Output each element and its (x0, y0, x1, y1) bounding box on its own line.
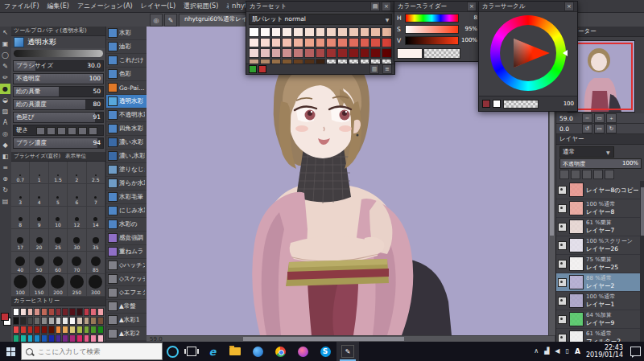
history-swatch[interactable] (13, 308, 19, 316)
palette-swatch[interactable] (349, 38, 359, 47)
new-layer-icon[interactable] (593, 170, 603, 179)
history-swatch[interactable] (62, 308, 68, 316)
history-swatch[interactable] (76, 308, 83, 316)
brush-item-Go-Pai…[interactable]: Go-Pai… (106, 81, 147, 95)
layer-list-scrollbar[interactable] (640, 181, 644, 342)
palette-swatch[interactable] (249, 38, 259, 47)
palette-swatch[interactable] (293, 27, 303, 37)
panel-menu-icon[interactable]: ▤ (370, 2, 380, 11)
history-swatch[interactable] (41, 326, 47, 334)
rotate-reset-icon[interactable]: ▭ (594, 124, 605, 133)
layer-row-レイヤー8のコピー[interactable]: レイヤー8のコピー (556, 181, 640, 199)
brush-size-25[interactable]: 25 (49, 229, 68, 252)
brush-size-100[interactable]: 100 (11, 274, 30, 297)
history-swatch[interactable] (56, 308, 62, 316)
history-swatch[interactable] (48, 308, 55, 316)
brush-size-12[interactable]: 12 (68, 207, 86, 229)
layer-visibility-toggle[interactable] (558, 241, 567, 250)
history-swatch[interactable] (84, 317, 90, 325)
menu-item-アニメーション(A)[interactable]: アニメーション(A) (73, 2, 137, 10)
palette-swatch[interactable] (260, 27, 270, 37)
history-swatch[interactable] (41, 317, 47, 325)
history-swatch[interactable] (76, 317, 83, 325)
brush-size-10[interactable]: 10 (49, 207, 68, 229)
marquee-select-icon[interactable]: ▣ (0, 39, 10, 49)
network-icon[interactable]: ▟ (544, 348, 549, 355)
palette-swatch[interactable] (382, 27, 392, 37)
lock-alpha-icon[interactable] (571, 170, 580, 179)
brush-size-70[interactable]: 70 (68, 252, 86, 274)
history-swatch[interactable] (27, 308, 34, 316)
layer-visibility-toggle[interactable] (558, 186, 567, 195)
hardness-step-1[interactable] (36, 127, 45, 135)
palette-swatch[interactable] (271, 38, 282, 47)
history-swatch[interactable] (62, 317, 68, 325)
brush-size-1[interactable]: 1 (30, 162, 48, 184)
tool-settings-icon[interactable]: ▤ (0, 196, 10, 207)
slider-硬さ[interactable]: 硬さ (13, 125, 104, 136)
history-swatch[interactable] (13, 317, 19, 325)
list-view-icon[interactable]: ≡ (382, 64, 392, 74)
history-swatch[interactable] (34, 326, 40, 334)
color-slider-bar-S[interactable] (405, 25, 459, 34)
slider-絵の具量[interactable]: 絵の具量50 (13, 86, 104, 97)
battery-icon[interactable]: ▯ (566, 348, 569, 355)
menu-item-表示(V)[interactable]: 表示(V) (222, 2, 229, 10)
menu-item-選択範囲(S)[interactable]: 選択範囲(S) (180, 2, 222, 10)
history-swatch[interactable] (56, 317, 62, 325)
secondary-color-chip[interactable] (493, 100, 501, 108)
brush-size-17[interactable]: 17 (11, 229, 30, 252)
menu-item-レイヤー(L)[interactable]: レイヤー(L) (137, 2, 180, 10)
lasso-select-icon[interactable]: ◯ (0, 50, 10, 60)
palette-swatch[interactable] (282, 48, 292, 58)
palette-swatch[interactable] (326, 48, 336, 58)
palette-swatch[interactable] (249, 48, 259, 58)
layer-row-レイヤー9[interactable]: 64 %加算レイヤー9 (556, 310, 640, 329)
palette-swatch[interactable] (293, 38, 303, 47)
zoom-reset-icon[interactable]: ▭ (594, 113, 605, 123)
brush-item-濃い水彩[interactable]: 濃い水彩 (106, 136, 147, 150)
brush-size-4[interactable]: 4 (30, 184, 48, 207)
hardness-step-4[interactable] (68, 127, 76, 135)
pencil-tool-icon[interactable]: ✏ (0, 72, 10, 83)
history-swatch[interactable] (34, 308, 40, 316)
eyedropper-tool-icon[interactable]: ◎ (0, 129, 10, 139)
brush-size-30[interactable]: 30 (68, 229, 86, 252)
slider-ブラシサイズ[interactable]: ブラシサイズ30.0 (13, 60, 104, 72)
brush-size-1.5[interactable]: 1.5 (49, 162, 68, 184)
zoom-in-icon[interactable]: ＋ (606, 113, 617, 123)
palette-swatch[interactable] (271, 27, 282, 37)
brush-item-滑らか水彩[interactable]: 滑らか水彩 (106, 177, 147, 191)
layer-row-フィルター2[interactable]: 61 %通常フィルター2 (556, 329, 640, 342)
history-swatch[interactable] (27, 317, 34, 325)
brush-tool-icon[interactable]: ● (0, 84, 10, 94)
history-swatch[interactable] (41, 308, 47, 316)
brush-size-0.7[interactable]: 0.7 (11, 162, 30, 184)
layer-row-レイヤー8[interactable]: 100 %通常レイヤー8 (556, 199, 640, 218)
layer-visibility-toggle[interactable] (558, 223, 567, 232)
brush-item-色彩[interactable]: 色彩 (106, 68, 147, 81)
brush-size-6[interactable]: 6 (68, 184, 86, 207)
palette-swatch[interactable] (282, 27, 292, 37)
history-swatch[interactable] (20, 317, 27, 325)
remove-color-button[interactable] (258, 65, 266, 73)
history-swatch[interactable] (69, 326, 76, 334)
taskbar-search[interactable] (21, 343, 163, 360)
brush-size-2.5[interactable]: 2.5 (87, 162, 105, 184)
brush-item-油彩[interactable]: 油彩 (106, 40, 147, 54)
palette-swatch[interactable] (304, 27, 315, 37)
palette-swatch[interactable] (260, 38, 270, 47)
task-view-button[interactable] (182, 347, 201, 356)
brush-size-5[interactable]: 5 (49, 184, 68, 207)
eraser-tool-icon[interactable]: ▨ (0, 106, 10, 117)
brush-size-2[interactable]: 2 (68, 162, 86, 184)
history-swatch[interactable] (48, 326, 55, 334)
bucket-tool-icon[interactable]: ◆ (0, 140, 10, 150)
palette-swatch[interactable] (316, 48, 326, 58)
layer-visibility-toggle[interactable] (558, 315, 567, 324)
add-color-button[interactable] (249, 65, 257, 73)
layer-visibility-toggle[interactable] (558, 278, 567, 287)
palette-swatch[interactable] (282, 38, 292, 47)
history-swatch[interactable] (48, 317, 55, 325)
airbrush-tool-icon[interactable]: ◒ (0, 95, 10, 105)
